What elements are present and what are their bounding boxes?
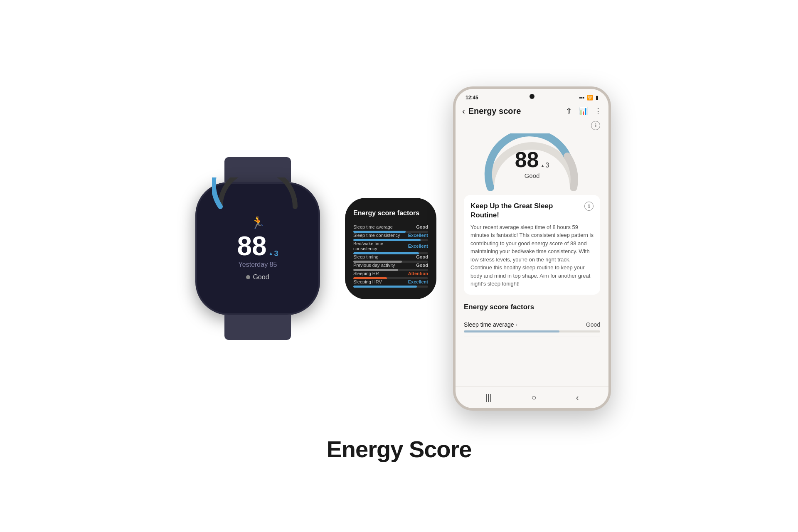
share-icon[interactable]: ⇧	[566, 106, 572, 116]
watch-body: 🏃 88 3 Yesterday 85 Good	[195, 182, 320, 315]
pill-factor-header: Sleep timing Good	[353, 254, 428, 259]
gauge-label: Good	[515, 172, 549, 179]
insight-section: Keep Up the Great Sleep Routine! ℹ Your …	[464, 195, 600, 295]
phone-screen-title: Energy score	[468, 106, 562, 116]
phone-camera	[530, 94, 534, 99]
pill-factor-item: Sleep time average Good	[353, 224, 428, 233]
pill-factor-header: Bed/wake time consistency Excellent	[353, 241, 428, 251]
phone-nav-bar: ||| ○ ‹	[456, 387, 608, 408]
gauge-score-delta: 3	[541, 162, 549, 169]
phone-factor-row: Sleep time average › Good	[464, 317, 600, 337]
pill-title: Energy score factors	[353, 209, 428, 217]
pill-factors-container: Sleep time average Good Sleep time consi…	[353, 224, 428, 288]
wifi-icon: 🛜	[587, 95, 593, 101]
watch-arc-svg	[212, 177, 303, 223]
pill-factor-value: Good	[416, 224, 428, 229]
page-title: Energy Score	[326, 436, 471, 463]
page-title-section: Energy Score	[326, 436, 471, 463]
battery-icon: ▮	[596, 95, 598, 101]
phone-time: 12:45	[466, 95, 478, 101]
pill-widget: Energy score factors Sleep time average …	[345, 198, 436, 299]
pill-factor-name: Sleep time consistency	[353, 233, 400, 238]
signal-icon: ▪▪▪	[579, 95, 584, 101]
insight-body: Your recent average sleep time of 8 hour…	[470, 223, 594, 288]
nav-back-icon[interactable]: ‹	[576, 393, 579, 402]
pill-factor-header: Sleep time consistency Excellent	[353, 233, 428, 238]
phone-content: ℹ 88 3	[456, 121, 608, 387]
phone-header-icons: ⇧ 📊 ⋮	[566, 106, 602, 116]
factor-name-text: Sleep time average	[464, 321, 514, 328]
watch-band-bottom	[224, 315, 291, 340]
watch-score-number: 88	[237, 233, 266, 259]
pill-factor-value: Attention	[408, 271, 428, 276]
gauge-score-number: 88	[515, 147, 539, 172]
pill-factor-value: Excellent	[408, 279, 428, 284]
pill-factor-value: Excellent	[408, 244, 428, 249]
factor-name[interactable]: Sleep time average ›	[464, 321, 517, 328]
phone-screen: 12:45 ▪▪▪ 🛜 ▮ ‹ Energy score ⇧ 📊 ⋮	[456, 89, 608, 408]
gauge-score-row: 88 3	[515, 147, 549, 172]
phone-factors-title: Energy score factors	[464, 303, 600, 311]
insight-title: Keep Up the Great Sleep Routine!	[470, 202, 581, 220]
insight-header: Keep Up the Great Sleep Routine! ℹ	[470, 202, 594, 223]
pill-factor-item: Sleep timing Good	[353, 254, 428, 263]
watch-device: 🏃 88 3 Yesterday 85 Good	[187, 165, 328, 332]
factor-value: Good	[586, 321, 600, 328]
pill-factor-value: Good	[416, 254, 428, 259]
pill-bar-fill	[353, 286, 417, 288]
watch-yesterday: Yesterday 85	[239, 261, 277, 268]
watch-score-container: 88 3	[237, 233, 278, 259]
nav-recent-icon[interactable]: |||	[485, 393, 492, 402]
pill-factor-item: Sleep time consistency Excellent	[353, 233, 428, 241]
phone-header: ‹ Energy score ⇧ 📊 ⋮	[456, 103, 608, 121]
main-layout: 🏃 88 3 Yesterday 85 Good Energy score fa…	[0, 0, 798, 532]
pill-factor-name: Sleep time average	[353, 224, 393, 229]
gauge-container: ℹ 88 3	[464, 121, 600, 192]
content-row: 🏃 88 3 Yesterday 85 Good Energy score fa…	[0, 70, 798, 427]
gauge-info-button[interactable]: ℹ	[591, 121, 600, 130]
factor-bar-bg	[464, 330, 600, 332]
status-dot-icon	[246, 275, 250, 279]
pill-factor-header: Sleep time average Good	[353, 224, 428, 229]
pill-factor-value: Good	[416, 263, 428, 268]
nav-home-icon[interactable]: ○	[531, 393, 536, 402]
factor-row-header: Sleep time average › Good	[464, 321, 600, 328]
more-icon[interactable]: ⋮	[594, 106, 602, 116]
status-icons: ▪▪▪ 🛜 ▮	[579, 95, 598, 101]
pill-factor-header: Previous day activity Good	[353, 263, 428, 268]
factor-bar-fill	[464, 330, 559, 332]
pill-factor-item: Sleeping HR Attention	[353, 271, 428, 279]
watch-status: Good	[246, 273, 269, 281]
watch-status-label: Good	[253, 273, 269, 281]
pill-factor-name: Bed/wake time consistency	[353, 241, 408, 251]
pill-factor-name: Previous day activity	[353, 263, 395, 268]
gauge-score-display: 88 3 Good	[515, 147, 549, 179]
pill-factor-value: Excellent	[408, 233, 428, 238]
insight-info-button[interactable]: ℹ	[584, 202, 594, 211]
phone-device: 12:45 ▪▪▪ 🛜 ▮ ‹ Energy score ⇧ 📊 ⋮	[453, 86, 611, 411]
factor-chevron-icon: ›	[516, 322, 517, 328]
pill-factor-name: Sleeping HR	[353, 271, 379, 276]
pill-bar-bg	[353, 286, 428, 288]
pill-factor-header: Sleeping HR Attention	[353, 271, 428, 276]
watch-arc	[212, 177, 303, 223]
pill-factor-item: Sleeping HRV Excellent	[353, 279, 428, 288]
phone-factors-section: Energy score factors Sleep time average …	[464, 300, 600, 340]
chart-icon[interactable]: 📊	[579, 106, 588, 116]
pill-factor-item: Bed/wake time consistency Excellent	[353, 241, 428, 254]
pill-factor-item: Previous day activity Good	[353, 263, 428, 271]
back-button[interactable]: ‹	[462, 106, 465, 116]
pill-factor-name: Sleep timing	[353, 254, 379, 259]
pill-factor-name: Sleeping HRV	[353, 279, 382, 284]
watch-score-delta: 3	[268, 249, 278, 258]
pill-factor-header: Sleeping HRV Excellent	[353, 279, 428, 284]
